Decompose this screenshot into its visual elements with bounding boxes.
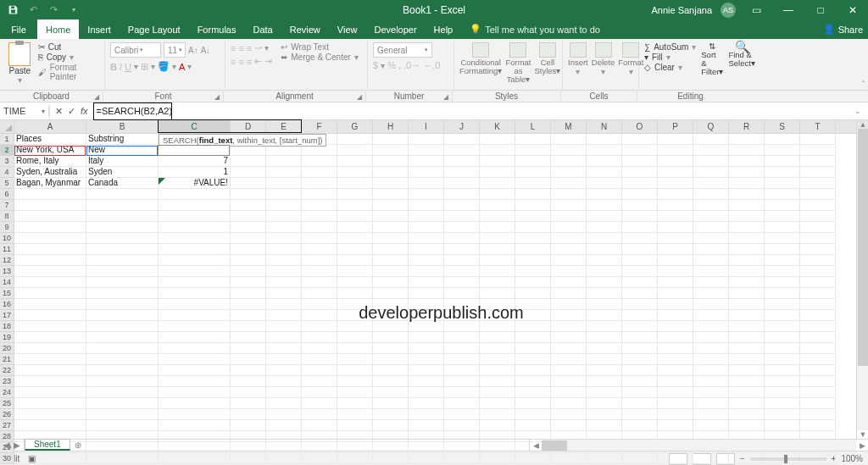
- column-header[interactable]: R: [729, 120, 765, 133]
- cell[interactable]: [480, 453, 515, 464]
- cell[interactable]: [551, 178, 587, 189]
- cell[interactable]: [515, 145, 551, 156]
- column-header[interactable]: L: [515, 120, 551, 133]
- cell[interactable]: [765, 288, 800, 299]
- cell[interactable]: [86, 354, 159, 365]
- cell[interactable]: [551, 288, 587, 299]
- cell[interactable]: [800, 167, 836, 178]
- cell[interactable]: [409, 376, 444, 387]
- cell[interactable]: [337, 178, 373, 189]
- cell[interactable]: [515, 189, 551, 200]
- column-header[interactable]: P: [658, 120, 693, 133]
- cell[interactable]: [302, 321, 337, 332]
- cell[interactable]: [266, 409, 302, 420]
- font-dialog-icon[interactable]: ◢: [214, 93, 220, 101]
- cell[interactable]: [231, 178, 266, 189]
- cell[interactable]: [658, 167, 693, 178]
- cell[interactable]: [409, 222, 444, 233]
- cell[interactable]: [587, 321, 622, 332]
- cell[interactable]: [693, 277, 729, 288]
- cell[interactable]: [266, 288, 302, 299]
- merge-center-button[interactable]: ⬌Merge & Center ▾: [281, 53, 359, 62]
- name-box[interactable]: TIME▾: [0, 106, 49, 116]
- tab-home[interactable]: Home: [37, 19, 79, 39]
- cell[interactable]: [622, 343, 658, 354]
- format-as-table-button[interactable]: Format asTable▾: [505, 42, 531, 84]
- cell[interactable]: [373, 145, 409, 156]
- new-sheet-button[interactable]: ⊕: [70, 440, 86, 450]
- column-header[interactable]: S: [765, 120, 800, 133]
- row-header[interactable]: 24: [0, 387, 14, 398]
- cell[interactable]: [729, 200, 765, 211]
- cell[interactable]: [622, 288, 658, 299]
- row-header[interactable]: 8: [0, 211, 14, 222]
- tab-help[interactable]: Help: [426, 19, 462, 39]
- cell[interactable]: [14, 299, 86, 310]
- cell[interactable]: [765, 398, 800, 409]
- cell[interactable]: Bagan, Myanmar: [14, 178, 86, 189]
- cell[interactable]: [373, 222, 409, 233]
- cell[interactable]: [693, 453, 729, 464]
- cell[interactable]: [658, 222, 693, 233]
- clear-button[interactable]: ◇Clear▾: [644, 63, 696, 72]
- increase-decimal-icon[interactable]: .0→: [403, 60, 420, 70]
- cell[interactable]: New York, USA: [14, 145, 86, 156]
- scroll-down-icon[interactable]: ▼: [857, 430, 868, 439]
- tab-page-layout[interactable]: Page Layout: [120, 19, 189, 39]
- cell[interactable]: [658, 244, 693, 255]
- cell[interactable]: [302, 266, 337, 277]
- cell[interactable]: [551, 277, 587, 288]
- cell[interactable]: [480, 409, 515, 420]
- cell[interactable]: [480, 354, 515, 365]
- cell[interactable]: [622, 321, 658, 332]
- cell[interactable]: [302, 222, 337, 233]
- cell[interactable]: [622, 299, 658, 310]
- scroll-up-icon[interactable]: ▲: [857, 120, 868, 129]
- cell[interactable]: New: [86, 145, 159, 156]
- cell[interactable]: [693, 145, 729, 156]
- cell[interactable]: [800, 365, 836, 376]
- cell[interactable]: [551, 244, 587, 255]
- column-header[interactable]: A: [14, 120, 86, 133]
- cell[interactable]: [444, 233, 480, 244]
- cell[interactable]: [765, 189, 800, 200]
- cell[interactable]: 1: [159, 167, 231, 178]
- cell[interactable]: [86, 266, 159, 277]
- cell[interactable]: [159, 321, 231, 332]
- cell[interactable]: [231, 288, 266, 299]
- cell[interactable]: [729, 178, 765, 189]
- cell[interactable]: [800, 189, 836, 200]
- cell[interactable]: [231, 167, 266, 178]
- cell[interactable]: [765, 365, 800, 376]
- cell[interactable]: [515, 277, 551, 288]
- cell[interactable]: [409, 332, 444, 343]
- cell[interactable]: [515, 343, 551, 354]
- cell[interactable]: [231, 222, 266, 233]
- cell[interactable]: [14, 453, 86, 464]
- cell[interactable]: [337, 420, 373, 431]
- align-top-icon[interactable]: ≡: [231, 43, 236, 53]
- cell[interactable]: [658, 277, 693, 288]
- cell[interactable]: [302, 244, 337, 255]
- cell[interactable]: [729, 167, 765, 178]
- cell[interactable]: [800, 134, 836, 145]
- cell[interactable]: [14, 310, 86, 321]
- cell[interactable]: [693, 134, 729, 145]
- cell[interactable]: [409, 266, 444, 277]
- cell[interactable]: [373, 398, 409, 409]
- cell[interactable]: [409, 354, 444, 365]
- row-header[interactable]: 2: [0, 145, 14, 156]
- cell[interactable]: [800, 387, 836, 398]
- cell[interactable]: [551, 266, 587, 277]
- cell[interactable]: [337, 277, 373, 288]
- cell[interactable]: [551, 354, 587, 365]
- cell[interactable]: [231, 354, 266, 365]
- cell[interactable]: [658, 288, 693, 299]
- cell[interactable]: [693, 299, 729, 310]
- clipboard-dialog-icon[interactable]: ◢: [94, 93, 99, 101]
- row-header[interactable]: 3: [0, 156, 14, 167]
- cell[interactable]: [337, 409, 373, 420]
- cell[interactable]: [587, 277, 622, 288]
- cell[interactable]: Substring: [86, 134, 159, 145]
- cell[interactable]: [800, 200, 836, 211]
